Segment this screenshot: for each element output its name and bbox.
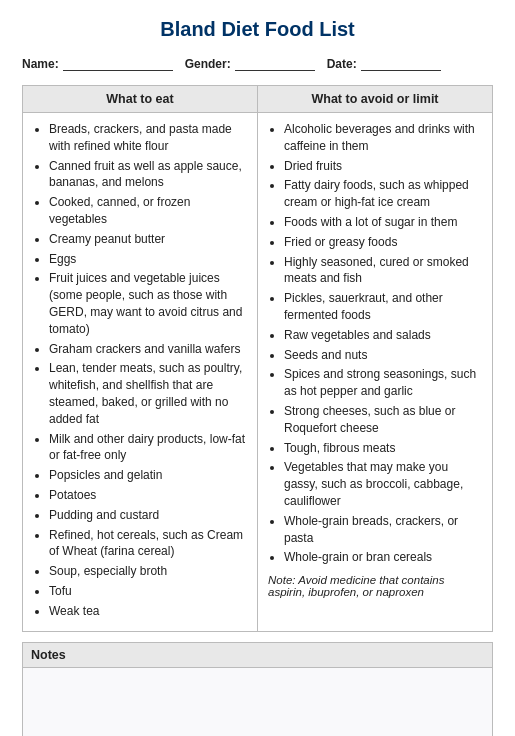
eat-column-header: What to eat <box>23 86 258 113</box>
list-item: Milk and other dairy products, low-fat o… <box>49 431 247 465</box>
name-field: Name: <box>22 55 173 71</box>
date-label: Date: <box>327 57 357 71</box>
gender-field: Gender: <box>185 55 315 71</box>
list-item: Whole-grain or bran cereals <box>284 549 482 566</box>
gender-input[interactable] <box>235 55 315 71</box>
avoid-column: Alcoholic beverages and drinks with caff… <box>258 113 493 632</box>
date-input[interactable] <box>361 55 441 71</box>
notes-header: Notes <box>23 643 492 668</box>
list-item: Strong cheeses, such as blue or Roquefor… <box>284 403 482 437</box>
gender-label: Gender: <box>185 57 231 71</box>
list-item: Fried or greasy foods <box>284 234 482 251</box>
list-item: Whole-grain breads, crackers, or pasta <box>284 513 482 547</box>
list-item: Potatoes <box>49 487 247 504</box>
name-label: Name: <box>22 57 59 71</box>
list-item: Creamy peanut butter <box>49 231 247 248</box>
list-item: Cooked, canned, or frozen vegetables <box>49 194 247 228</box>
list-item: Weak tea <box>49 603 247 620</box>
food-table: What to eat What to avoid or limit Bread… <box>22 85 493 632</box>
list-item: Pickles, sauerkraut, and other fermented… <box>284 290 482 324</box>
date-field: Date: <box>327 55 441 71</box>
list-item: Pudding and custard <box>49 507 247 524</box>
list-item: Dried fruits <box>284 158 482 175</box>
avoid-list: Alcoholic beverages and drinks with caff… <box>268 121 482 566</box>
list-item: Graham crackers and vanilla wafers <box>49 341 247 358</box>
list-item: Vegetables that may make you gassy, such… <box>284 459 482 509</box>
list-item: Alcoholic beverages and drinks with caff… <box>284 121 482 155</box>
list-item: Foods with a lot of sugar in them <box>284 214 482 231</box>
notes-body[interactable] <box>23 668 492 736</box>
list-item: Fatty dairy foods, such as whipped cream… <box>284 177 482 211</box>
list-item: Eggs <box>49 251 247 268</box>
list-item: Canned fruit as well as apple sauce, ban… <box>49 158 247 192</box>
list-item: Highly seasoned, cured or smoked meats a… <box>284 254 482 288</box>
list-item: Lean, tender meats, such as poultry, whi… <box>49 360 247 427</box>
list-item: Tough, fibrous meats <box>284 440 482 457</box>
list-item: Spices and strong seasonings, such as ho… <box>284 366 482 400</box>
page-title: Bland Diet Food List <box>22 18 493 41</box>
avoid-note: Note: Avoid medicine that contains aspir… <box>268 574 482 598</box>
list-item: Fruit juices and vegetable juices (some … <box>49 270 247 337</box>
list-item: Seeds and nuts <box>284 347 482 364</box>
list-item: Raw vegetables and salads <box>284 327 482 344</box>
form-row: Name: Gender: Date: <box>22 55 493 71</box>
eat-column: Breads, crackers, and pasta made with re… <box>23 113 258 632</box>
list-item: Tofu <box>49 583 247 600</box>
eat-list: Breads, crackers, and pasta made with re… <box>33 121 247 620</box>
list-item: Refined, hot cereals, such as Cream of W… <box>49 527 247 561</box>
notes-section: Notes <box>22 642 493 736</box>
list-item: Breads, crackers, and pasta made with re… <box>49 121 247 155</box>
avoid-column-header: What to avoid or limit <box>258 86 493 113</box>
list-item: Soup, especially broth <box>49 563 247 580</box>
name-input[interactable] <box>63 55 173 71</box>
list-item: Popsicles and gelatin <box>49 467 247 484</box>
